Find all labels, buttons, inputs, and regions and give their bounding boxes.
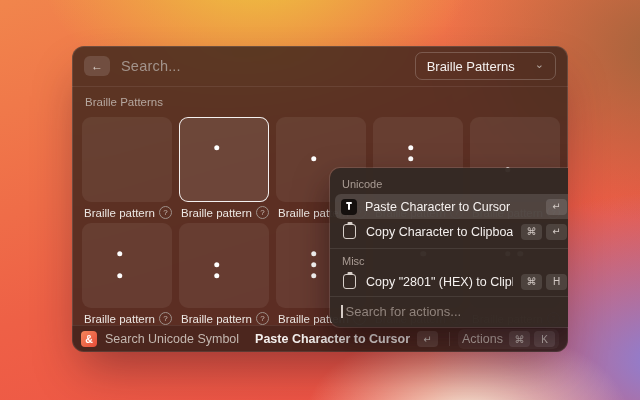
braille-dot (117, 251, 123, 257)
key-badge: ⌘ (521, 274, 542, 290)
unicode-extension-icon: & (81, 331, 97, 347)
braille-dot (408, 145, 414, 151)
popup-action-item[interactable]: Paste Character to Cursor↵ (335, 194, 568, 219)
popup-action-label: Copy "2801" (HEX) to Clipboard (366, 275, 513, 289)
text-cursor (341, 305, 343, 318)
braille-dot (311, 262, 317, 268)
return-key-icon: ↵ (417, 331, 438, 347)
braille-dot (214, 262, 220, 268)
braille-cell[interactable] (82, 117, 172, 202)
info-icon[interactable]: ? (256, 206, 269, 219)
braille-dot (214, 145, 220, 151)
back-arrow-icon: ← (91, 59, 103, 73)
clipboard-icon (343, 224, 356, 239)
info-icon[interactable]: ? (159, 312, 172, 325)
primary-action-button[interactable]: Paste Character to Cursor ↵ (252, 329, 441, 349)
divider (449, 332, 450, 346)
shortcut-keys: ⌘↵ (521, 224, 567, 240)
k-key-icon: K (534, 331, 555, 347)
actions-popup: UnicodePaste Character to Cursor↵Copy Ch… (330, 168, 568, 327)
popup-action-item[interactable]: Copy Character to Clipboard⌘↵ (335, 219, 568, 244)
category-dropdown[interactable]: Braille Patterns ⌄ (415, 52, 556, 80)
braille-dot (408, 156, 414, 162)
braille-dot (117, 273, 123, 279)
paste-cursor-icon (341, 199, 357, 215)
braille-dot (311, 251, 317, 257)
braille-dot (311, 273, 317, 279)
info-icon[interactable]: ? (159, 206, 172, 219)
status-bar-right: Paste Character to Cursor ↵ Actions ⌘K (252, 329, 559, 349)
actions-button[interactable]: Actions ⌘K (458, 329, 559, 349)
key-badge: ↵ (546, 199, 567, 215)
shortcut-keys: ⌘H (521, 274, 567, 290)
braille-dot (214, 273, 220, 279)
braille-cell[interactable] (179, 223, 269, 308)
search-input[interactable]: Search... (121, 58, 404, 74)
key-badge: H (546, 274, 567, 290)
popup-section-title: Unicode (335, 172, 568, 194)
actions-shortcut: ⌘K (509, 331, 555, 347)
popup-search-input[interactable]: Search for actions... (330, 296, 568, 327)
cell-label-text: Braille pattern d... (84, 313, 155, 325)
popup-search-placeholder: Search for actions... (346, 304, 462, 319)
popup-section-title: Misc (335, 249, 568, 271)
shortcut-keys: ↵ (546, 199, 567, 215)
launcher-window: ← Search... Braille Patterns ⌄ Braille P… (72, 46, 568, 352)
cell-label-text: Braille pattern d... (181, 313, 252, 325)
actions-label: Actions (462, 332, 503, 346)
braille-cell-selected[interactable] (179, 117, 269, 202)
cell-label: Braille pattern d...? (179, 206, 269, 219)
command-key-icon: ⌘ (509, 331, 530, 347)
braille-cell[interactable] (82, 223, 172, 308)
key-badge: ↵ (546, 224, 567, 240)
key-badge: ⌘ (521, 224, 542, 240)
cell-label-text: Braille pattern b... (84, 207, 155, 219)
popup-action-label: Copy Character to Clipboard (366, 225, 513, 239)
primary-action-label: Paste Character to Cursor (255, 332, 410, 346)
popup-action-label: Paste Character to Cursor (365, 200, 538, 214)
status-bar: & Search Unicode Symbol Paste Character … (72, 325, 568, 352)
back-button[interactable]: ← (84, 56, 110, 76)
cell-label-text: Braille pattern d... (181, 207, 252, 219)
popup-action-item[interactable]: Copy "2801" (HEX) to Clipboard⌘H (335, 271, 568, 292)
clipboard-icon (343, 274, 356, 289)
top-bar: ← Search... Braille Patterns ⌄ (72, 46, 568, 87)
info-icon[interactable]: ? (256, 312, 269, 325)
extension-label: Search Unicode Symbol (105, 332, 239, 346)
cell-label: Braille pattern b...? (82, 206, 172, 219)
section-title: Braille Patterns (85, 96, 568, 108)
braille-dot (311, 156, 317, 162)
cell-label: Braille pattern d...? (82, 312, 172, 325)
cell-label: Braille pattern d...? (179, 312, 269, 325)
dropdown-value: Braille Patterns (427, 59, 515, 74)
